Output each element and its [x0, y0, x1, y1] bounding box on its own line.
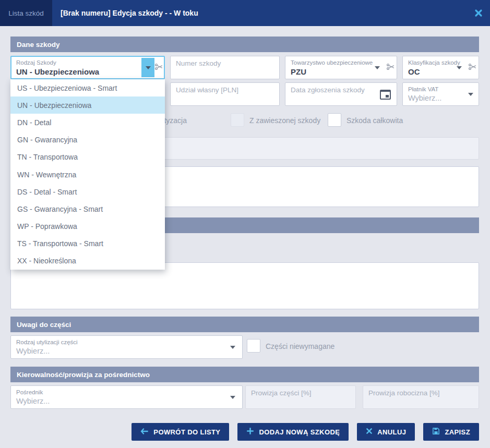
rodzaj-utylizacji-select[interactable]: Rodzaj utylizacji części Wybierz...	[10, 335, 243, 359]
prowizja-robocizna-placeholder: Prowizja robocizna [%]	[368, 389, 473, 397]
dropdown-option-selected[interactable]: UN - Ubezpieczeniowa	[10, 96, 165, 114]
rodzaj-utylizacji-label: Rodzaj utylizacji części	[16, 339, 237, 345]
platnik-vat-label: Płatnik VAT	[408, 86, 473, 92]
szkoda-calkowita-checkbox[interactable]	[328, 113, 341, 127]
rodzaj-szkody-select[interactable]: Rodzaj Szkody UN - Ubezpieczeniowa	[10, 56, 165, 79]
anuluj-label: ANULUJ	[377, 428, 406, 436]
x-icon	[366, 428, 373, 436]
clear-scissors-icon[interactable]	[468, 62, 477, 73]
posrednik-label: Pośrednik	[16, 389, 237, 395]
prowizja-czesci-input: Prowizja części [%]	[245, 385, 356, 409]
udzial-wlasny-input[interactable]: Udział własny [PLN]	[170, 82, 280, 106]
zapisz-label: ZAPISZ	[445, 428, 470, 436]
anuluj-button[interactable]: ANULUJ	[357, 423, 415, 441]
titlebar: Lista szkód [Brak numeru] Edycja szkody …	[0, 0, 490, 26]
page-title: [Brak numeru] Edycja szkody - - W toku	[61, 0, 198, 26]
dropdown-option[interactable]: TS - Transportowa - Smart	[10, 235, 165, 252]
tab-lista-szkod[interactable]: Lista szkód	[0, 0, 52, 26]
czesci-niewymagane-checkbox[interactable]	[247, 339, 260, 353]
rodzaj-szkody-value: UN - Ubezpieczeniowa	[16, 67, 159, 76]
posrednik-placeholder: Wybierz...	[16, 397, 237, 405]
close-icon[interactable]	[474, 9, 483, 17]
plus-icon	[246, 427, 254, 437]
platnik-vat-placeholder: Wybierz...	[408, 94, 473, 102]
dodaj-nowa-szkode-button[interactable]: DODAJ NOWĄ SZKODĘ	[237, 423, 349, 441]
data-zgloszenia-placeholder: Data zgłoszenia szkody	[291, 86, 391, 94]
arrow-left-icon	[140, 428, 149, 437]
chevron-down-icon[interactable]	[468, 93, 473, 96]
save-floppy-icon	[432, 427, 440, 437]
powrot-do-listy-button[interactable]: POWRÓT DO LISTY	[132, 423, 229, 441]
prowizja-robocizna-input: Prowizja robocizna [%]	[363, 385, 479, 409]
chevron-down-icon[interactable]	[230, 346, 235, 349]
section-header-dane-szkody: Dane szkody	[10, 37, 479, 52]
klasyfikacja-value: OC	[408, 67, 473, 76]
rodzaj-szkody-dropdown-list: US - Ubezpieczeniowa - Smart UN - Ubezpi…	[10, 79, 165, 270]
data-zgloszenia-input[interactable]: Data zgłoszenia szkody	[285, 82, 397, 106]
section-header-uwagi-do-czesci: Uwagi do części	[10, 317, 479, 332]
szkoda-calkowita-checkbox-label: Szkoda całkowita	[346, 116, 403, 125]
z-zawieszonej-checkbox-label: Z zawieszonej szkody	[249, 116, 320, 125]
dropdown-option[interactable]: DN - Detal	[10, 114, 165, 131]
rodzaj-szkody-label: Rodzaj Szkody	[16, 59, 159, 66]
czesci-niewymagane-checkbox-label: Części niewymagane	[266, 342, 334, 350]
z-zawieszonej-checkbox	[231, 113, 244, 127]
zapisz-button[interactable]: ZAPISZ	[423, 423, 479, 441]
rodzaj-szkody-dropdown-button[interactable]	[141, 58, 154, 77]
numer-szkody-input[interactable]: Numer szkody	[170, 56, 280, 79]
klasyfikacja-select[interactable]: Klasyfikacja szkody OC	[402, 56, 479, 79]
dropdown-option[interactable]: XX - Nieokreślona	[10, 252, 165, 270]
udzial-wlasny-placeholder: Udział własny [PLN]	[176, 86, 274, 94]
dropdown-option[interactable]: WN - Wewnętrzna	[10, 166, 165, 183]
chevron-down-icon[interactable]	[457, 66, 462, 69]
dodaj-nowa-szkode-label: DODAJ NOWĄ SZKODĘ	[259, 428, 340, 436]
calendar-icon[interactable]	[380, 90, 391, 100]
action-button-row: POWRÓT DO LISTY DODAJ NOWĄ SZKODĘ ANULUJ	[132, 423, 479, 441]
towarzystwo-select[interactable]: Towarzystwo ubezpieczeniowe PZU	[285, 56, 397, 79]
chevron-down-icon[interactable]	[375, 66, 380, 69]
klasyfikacja-label: Klasyfikacja szkody	[408, 59, 473, 66]
dropdown-option[interactable]: GS - Gwarancyjna - Smart	[10, 200, 165, 217]
powrot-do-listy-label: POWRÓT DO LISTY	[153, 428, 220, 436]
posrednik-select[interactable]: Pośrednik Wybierz...	[10, 385, 243, 409]
clear-scissors-icon[interactable]	[386, 62, 395, 73]
claim-edit-window: Lista szkód [Brak numeru] Edycja szkody …	[0, 0, 490, 448]
dropdown-option[interactable]: US - Ubezpieczeniowa - Smart	[10, 79, 165, 96]
section-header-kierowalnosc: Kierowalność/prowizja za pośrednictwo	[10, 367, 479, 382]
chevron-down-icon[interactable]	[230, 396, 235, 399]
towarzystwo-label: Towarzystwo ubezpieczeniowe	[291, 59, 391, 66]
platnik-vat-select[interactable]: Płatnik VAT Wybierz...	[402, 82, 479, 106]
dropdown-option[interactable]: TN - Transportowa	[10, 149, 165, 166]
rodzaj-utylizacji-placeholder: Wybierz...	[16, 347, 237, 355]
dropdown-option[interactable]: DS - Detal - Smart	[10, 183, 165, 200]
dropdown-option[interactable]: GN - Gwarancyjna	[10, 131, 165, 149]
numer-szkody-placeholder: Numer szkody	[176, 59, 274, 67]
clear-scissors-icon[interactable]	[154, 62, 163, 73]
dropdown-option[interactable]: WP - Poprawkowa	[10, 218, 165, 235]
chevron-down-icon	[146, 66, 151, 69]
prowizja-czesci-placeholder: Prowizja części [%]	[251, 389, 350, 397]
